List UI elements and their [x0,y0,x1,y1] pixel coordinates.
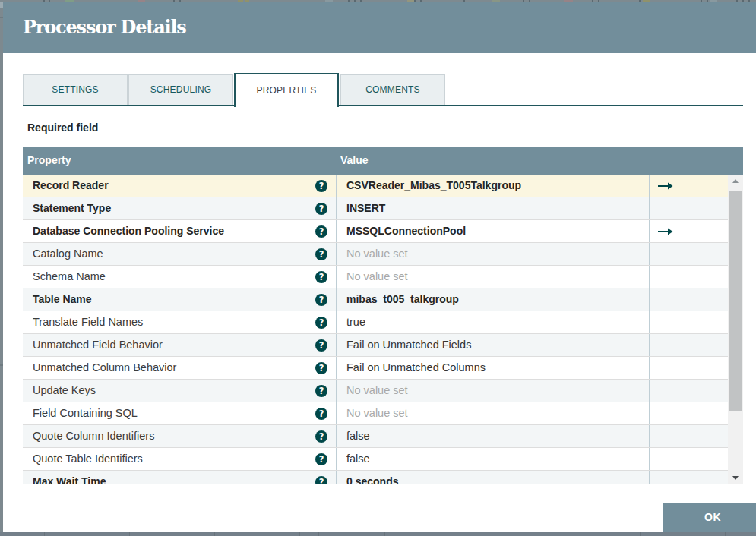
property-value: Fail on Unmatched Fields [346,339,471,351]
property-value-cell: true [337,311,650,333]
go-to-cell [650,448,728,470]
go-to-cell [650,334,728,356]
go-to-service-arrow-icon[interactable] [658,228,673,235]
property-value-cell: INSERT [337,197,650,219]
help-icon[interactable]: ? [315,385,327,397]
property-name-cell: Table Name? [23,288,337,311]
property-row[interactable]: Max Wait Time?0 seconds [23,471,728,484]
property-value-cell: MSSQLConnectionPool [337,220,650,242]
scroll-down-button[interactable] [728,471,743,484]
property-name-cell: Max Wait Time? [23,471,337,484]
property-row[interactable]: Schema Name?No value set [23,266,728,288]
property-name: Unmatched Column Behavior [33,361,176,374]
help-icon[interactable]: ? [315,271,327,283]
required-field-label: Required field [27,121,98,134]
property-value-cell: Fail on Unmatched Columns [337,357,650,379]
property-name: Translate Field Names [33,316,143,328]
property-name: Quote Table Identifiers [33,452,143,465]
table-scrollbar[interactable] [728,175,743,484]
property-row[interactable]: Field Containing SQL?No value set [23,402,728,425]
property-name-cell: Unmatched Field Behavior? [23,334,337,356]
properties-table: Property Value Record Reader?CSVReader_M… [23,147,743,484]
property-value-cell: 0 seconds [337,471,650,484]
property-value: No value set [346,384,408,396]
help-icon[interactable]: ? [315,362,327,374]
property-value: No value set [346,407,408,419]
property-row[interactable]: Record Reader?CSVReader_Mibas_T005Talkgr… [23,175,728,197]
help-icon[interactable]: ? [315,453,327,465]
go-to-service-arrow-icon[interactable] [658,182,673,190]
tab-underline [23,105,743,106]
go-to-cell [650,266,728,288]
property-name: Statement Type [33,202,111,214]
property-name: Table Name [33,293,92,305]
go-to-cell [650,243,728,265]
property-value: false [346,430,370,442]
help-icon[interactable]: ? [315,180,327,192]
go-to-cell [650,471,728,484]
property-name: Quote Column Identifiers [33,430,154,442]
help-icon[interactable]: ? [315,248,327,260]
properties-table-viewport: Record Reader?CSVReader_Mibas_T005Talkgr… [23,175,728,484]
property-value: 0 seconds [346,475,398,484]
scroll-up-button[interactable] [728,175,743,188]
go-to-cell [650,357,728,379]
property-value: INSERT [346,202,385,214]
property-value-cell: false [337,448,650,470]
property-name: Catalog Name [33,248,103,260]
property-row[interactable]: Quote Table Identifiers?false [23,448,728,471]
go-to-cell [650,425,728,447]
scrollbar-thumb[interactable] [729,191,742,411]
tab-comments[interactable]: COMMENTS [340,74,445,105]
help-icon[interactable]: ? [315,225,327,238]
property-name: Unmatched Field Behavior [33,339,163,351]
property-name-cell: Quote Table Identifiers? [23,448,337,470]
property-name: Database Connection Pooling Service [33,225,224,237]
property-row[interactable]: Translate Field Names?true [23,311,728,334]
property-row[interactable]: Database Connection Pooling Service?MSSQ… [23,220,728,243]
help-icon[interactable]: ? [315,317,327,329]
property-value-cell: mibas_t005_talkgroup [337,288,650,311]
property-row[interactable]: Statement Type?INSERT [23,197,728,220]
property-row[interactable]: Update Keys?No value set [23,380,728,402]
ok-button[interactable]: OK [663,503,756,532]
help-icon[interactable]: ? [315,408,327,420]
go-to-cell [650,311,728,333]
property-name: Field Containing SQL [33,407,138,419]
go-to-cell [650,197,728,219]
property-value-cell: No value set [337,380,650,402]
triangle-down-icon [732,476,739,480]
property-value: false [346,452,370,465]
property-row[interactable]: Catalog Name?No value set [23,243,728,266]
property-row[interactable]: Quote Column Identifiers?false [23,425,728,448]
property-value-cell: No value set [337,402,650,424]
property-name-cell: Update Keys? [23,380,337,402]
tab-bar: SETTINGSSCHEDULINGPROPERTIESCOMMENTS [3,2,756,109]
tab-settings[interactable]: SETTINGS [23,74,128,105]
help-icon[interactable]: ? [315,203,327,215]
property-value: mibas_t005_talkgroup [346,293,459,305]
help-icon[interactable]: ? [315,430,327,443]
property-name-cell: Statement Type? [23,197,337,219]
property-name-cell: Quote Column Identifiers? [23,425,337,447]
property-name: Update Keys [33,384,96,396]
help-icon[interactable]: ? [315,339,327,352]
property-row[interactable]: Table Name?mibas_t005_talkgroup [23,288,728,311]
property-name: Max Wait Time [33,475,106,484]
help-icon[interactable]: ? [315,294,327,306]
dimmed-canvas-bottom [0,532,756,536]
processor-details-dialog: Processor Details SETTINGSSCHEDULINGPROP… [3,2,756,532]
tab-properties[interactable]: PROPERTIES [234,73,339,107]
property-row[interactable]: Unmatched Field Behavior?Fail on Unmatch… [23,334,728,357]
property-value-cell: false [337,425,650,447]
property-name: Record Reader [33,179,109,191]
go-to-cell [650,402,728,424]
property-value-cell: No value set [337,243,650,265]
property-row[interactable]: Unmatched Column Behavior?Fail on Unmatc… [23,357,728,380]
property-value-cell: CSVReader_Mibas_T005Talkgroup [337,175,650,197]
help-icon[interactable]: ? [315,476,327,484]
property-value: true [346,316,365,328]
property-name-cell: Unmatched Column Behavior? [23,357,337,379]
property-name-cell: Field Containing SQL? [23,402,337,424]
tab-scheduling[interactable]: SCHEDULING [128,74,233,105]
